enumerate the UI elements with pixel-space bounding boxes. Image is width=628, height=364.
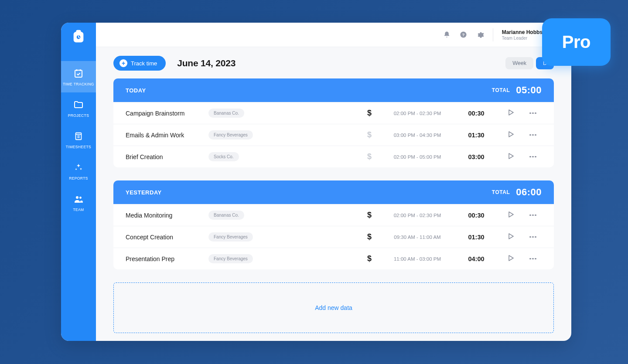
task-name: Concept Creation <box>126 234 208 241</box>
section-header: TODAYTOTAL05:00 <box>113 78 554 102</box>
timesheet-icon <box>73 131 84 141</box>
app-window: TIME TRACKING PROJECTS TIMESHEETS <box>61 23 571 341</box>
main-area: ? Marianne Hobbs Team Leader + Track tim… <box>96 23 571 341</box>
gear-icon[interactable] <box>476 31 484 39</box>
play-icon[interactable] <box>509 131 514 139</box>
svg-point-5 <box>76 196 78 199</box>
sidebar-item-time-tracking[interactable]: TIME TRACKING <box>61 61 96 92</box>
more-icon[interactable] <box>529 214 536 216</box>
time-range: 02:00 PM - 02:30 PM <box>380 213 454 218</box>
svg-rect-1 <box>77 31 81 33</box>
duration: 01:30 <box>454 132 498 139</box>
calendar-check-icon <box>73 68 84 78</box>
time-entry-row: Media MonitoringBananas Co.$02:00 PM - 0… <box>113 204 554 226</box>
app-logo <box>71 29 86 44</box>
time-entry-row: Presentation PrepFancy Beverages$11:00 A… <box>113 248 554 269</box>
project-tag: Bananas Co. <box>208 211 244 220</box>
sidebar-item-projects[interactable]: PROJECTS <box>61 92 96 124</box>
task-name: Campaign Brainstorm <box>126 110 208 117</box>
sparkles-icon <box>73 162 84 173</box>
section-total-label: TOTAL <box>492 189 510 195</box>
time-range: 02:00 PM - 05:00 PM <box>380 154 454 160</box>
sidebar-item-label: TIMESHEETS <box>66 145 91 149</box>
section-header: YESTERDAYTOTAL06:00 <box>113 180 554 204</box>
dollar-icon[interactable]: $ <box>358 152 380 161</box>
duration: 01:30 <box>454 234 498 241</box>
dollar-icon[interactable]: $ <box>358 130 380 139</box>
duration: 04:00 <box>454 255 498 262</box>
topbar: ? Marianne Hobbs Team Leader <box>96 23 571 47</box>
plus-icon: + <box>119 59 127 67</box>
task-name: Brief Creation <box>126 153 208 160</box>
more-icon[interactable] <box>529 134 536 136</box>
time-range: 03:00 PM - 04:30 PM <box>380 133 454 138</box>
sidebar-item-team[interactable]: TEAM <box>61 187 96 218</box>
user-role: Team Leader <box>502 36 543 41</box>
add-new-label: Add new data <box>315 304 352 311</box>
team-icon <box>73 194 84 204</box>
dollar-icon[interactable]: $ <box>358 254 380 263</box>
sidebar-item-reports[interactable]: REPORTS <box>61 155 96 187</box>
section-total-value: 05:00 <box>516 85 542 96</box>
more-icon[interactable] <box>529 258 536 260</box>
svg-point-6 <box>79 197 82 199</box>
sidebar-item-label: PROJECTS <box>68 113 89 118</box>
play-icon[interactable] <box>509 109 514 117</box>
play-icon[interactable] <box>509 153 514 161</box>
svg-text:?: ? <box>462 33 465 37</box>
dollar-icon[interactable]: $ <box>358 211 380 220</box>
task-name: Presentation Prep <box>126 255 208 262</box>
time-range: 09:30 AM - 11:00 AM <box>380 235 454 240</box>
track-time-button[interactable]: + Track time <box>113 56 166 71</box>
content: + Track time June 14, 2023 Week D TODAYT… <box>96 47 571 341</box>
duration: 00:30 <box>454 212 498 219</box>
play-icon[interactable] <box>509 211 514 219</box>
time-range: 11:00 AM - 03:00 PM <box>380 256 454 262</box>
more-icon[interactable] <box>529 156 536 158</box>
sidebar-item-label: TEAM <box>73 208 84 212</box>
project-tag: Bananas Co. <box>208 109 244 118</box>
section-title: YESTERDAY <box>126 189 162 196</box>
user-name: Marianne Hobbs <box>502 29 543 35</box>
section-title: TODAY <box>126 87 146 94</box>
duration: 00:30 <box>454 110 498 117</box>
play-icon[interactable] <box>509 233 514 241</box>
project-tag: Socks Co. <box>208 152 239 161</box>
play-icon[interactable] <box>509 255 514 263</box>
add-new-data[interactable]: Add new data <box>113 282 554 333</box>
section: TODAYTOTAL05:00Campaign BrainstormBanana… <box>113 78 554 167</box>
project-tag: Fancy Beverages <box>208 254 253 263</box>
section: YESTERDAYTOTAL06:00Media MonitoringBanan… <box>113 180 554 269</box>
pro-badge: Pro <box>542 18 611 66</box>
track-time-label: Track time <box>131 60 157 67</box>
sidebar: TIME TRACKING PROJECTS TIMESHEETS <box>61 23 96 341</box>
bell-icon[interactable] <box>443 31 451 39</box>
topbar-divider <box>493 28 493 41</box>
dollar-icon[interactable]: $ <box>358 109 380 118</box>
project-tag: Fancy Beverages <box>208 130 253 139</box>
project-tag: Fancy Beverages <box>208 232 253 242</box>
time-entry-row: Brief CreationSocks Co.$02:00 PM - 05:00… <box>113 146 554 167</box>
date-title: June 14, 2023 <box>177 58 236 68</box>
more-icon[interactable] <box>529 112 536 114</box>
duration: 03:00 <box>454 153 498 160</box>
toggle-week[interactable]: Week <box>505 57 533 69</box>
sidebar-item-label: TIME TRACKING <box>63 82 94 86</box>
svg-rect-3 <box>75 70 82 77</box>
control-row: + Track time June 14, 2023 Week D <box>113 56 554 71</box>
folder-icon <box>73 99 84 110</box>
section-total-value: 06:00 <box>516 187 542 198</box>
task-name: Media Monitoring <box>126 212 208 219</box>
help-icon[interactable]: ? <box>460 31 468 39</box>
dollar-icon[interactable]: $ <box>358 232 380 242</box>
time-entry-row: Emails & Admin WorkFancy Beverages$03:00… <box>113 124 554 146</box>
sidebar-item-timesheets[interactable]: TIMESHEETS <box>61 124 96 155</box>
time-entry-row: Concept CreationFancy Beverages$09:30 AM… <box>113 226 554 248</box>
sidebar-item-label: REPORTS <box>69 176 88 180</box>
time-entry-row: Campaign BrainstormBananas Co.$02:00 PM … <box>113 102 554 124</box>
section-total-label: TOTAL <box>492 87 510 93</box>
time-range: 02:00 PM - 02:30 PM <box>380 111 454 116</box>
more-icon[interactable] <box>529 236 536 238</box>
task-name: Emails & Admin Work <box>126 132 208 139</box>
